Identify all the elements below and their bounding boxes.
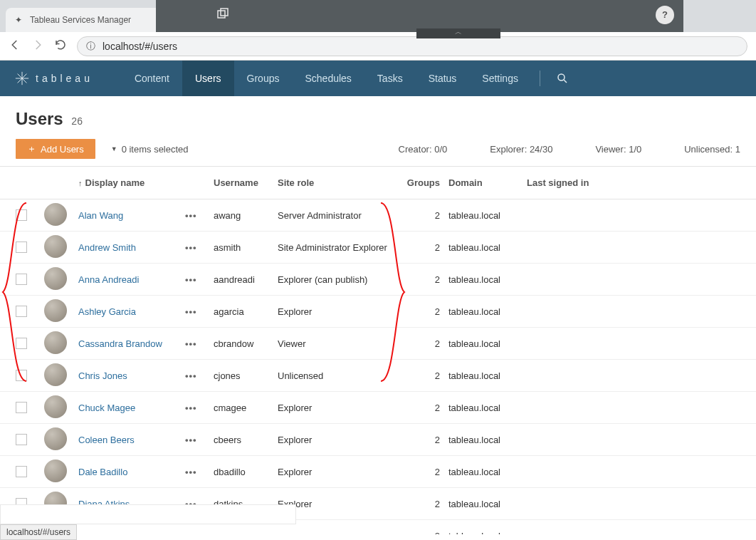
- row-checkbox[interactable]: [16, 274, 27, 285]
- selection-info[interactable]: ▼ 0 items selected: [111, 144, 189, 155]
- col-display-name[interactable]: ↑ Display name: [78, 177, 185, 188]
- row-actions-icon[interactable]: •••: [185, 370, 197, 381]
- col-groups[interactable]: Groups: [399, 177, 448, 188]
- sort-asc-icon: ↑: [78, 179, 83, 187]
- avatar: [44, 395, 67, 418]
- nav-status[interactable]: Status: [416, 61, 470, 96]
- cell-groups: 2: [399, 338, 448, 349]
- row-actions-icon[interactable]: •••: [185, 242, 197, 253]
- svg-rect-0: [218, 11, 225, 18]
- row-checkbox[interactable]: [16, 466, 27, 477]
- user-display-name-link[interactable]: Andrew Smith: [78, 242, 136, 253]
- browser-tab[interactable]: ✦ Tableau Services Manager ×: [6, 8, 169, 32]
- nav-tasks[interactable]: Tasks: [364, 61, 416, 96]
- os-titlebar-overlay: ︿: [156, 0, 683, 32]
- address-bar[interactable]: ⓘ localhost/#/users: [77, 36, 747, 56]
- forward-icon: [31, 38, 44, 53]
- users-toolbar: ＋ Add Users ▼ 0 items selected Creator: …: [0, 129, 756, 167]
- col-site-role[interactable]: Site role: [278, 177, 399, 188]
- add-users-label: Add Users: [41, 144, 84, 155]
- avatar: [44, 427, 67, 450]
- plus-icon: ＋: [27, 142, 36, 155]
- cell-domain: tableau.local: [448, 499, 527, 509]
- brand-text: tableau: [36, 73, 93, 84]
- selected-count-text: 0 items selected: [122, 144, 189, 155]
- app-header: tableau Content Users Groups Schedules T…: [0, 61, 756, 96]
- row-checkbox[interactable]: [16, 402, 27, 413]
- row-actions-icon[interactable]: •••: [185, 210, 197, 221]
- cell-username: dbadillo: [214, 467, 278, 477]
- user-display-name-link[interactable]: Alan Wang: [78, 210, 123, 221]
- row-checkbox[interactable]: [16, 370, 27, 381]
- reload-icon[interactable]: [54, 38, 67, 53]
- cell-site-role: Server Administrator: [278, 210, 399, 221]
- cell-domain: tableau.local: [448, 403, 527, 413]
- cell-username: cbeers: [214, 435, 278, 445]
- cell-groups: 2: [399, 242, 448, 253]
- search-icon[interactable]: [549, 61, 576, 96]
- cell-site-role: Viewer: [278, 338, 399, 349]
- user-display-name-link[interactable]: Dale Badillo: [78, 467, 127, 477]
- hover-tooltip: [0, 504, 296, 524]
- cell-username: cbrandow: [214, 338, 278, 349]
- row-checkbox[interactable]: [16, 242, 27, 253]
- nav-content[interactable]: Content: [122, 61, 182, 96]
- row-checkbox[interactable]: [16, 306, 27, 317]
- tableau-logo[interactable]: tableau: [0, 71, 107, 86]
- cell-site-role: Site Administrator Explorer: [278, 242, 399, 253]
- help-icon[interactable]: ?: [656, 6, 674, 24]
- row-actions-icon[interactable]: •••: [185, 274, 197, 285]
- row-actions-icon[interactable]: •••: [185, 306, 197, 317]
- cell-domain: tableau.local: [448, 531, 527, 535]
- back-icon[interactable]: [9, 38, 21, 53]
- cell-groups: 2: [399, 306, 448, 317]
- browser-statusbar: localhost/#/users: [0, 524, 77, 540]
- users-table-body[interactable]: Alan Wang•••awangServer Administrator2ta…: [0, 199, 756, 534]
- nav-users[interactable]: Users: [182, 61, 234, 96]
- user-display-name-link[interactable]: Anna Andreadi: [78, 274, 139, 285]
- page-count: 26: [71, 115, 83, 127]
- col-domain[interactable]: Domain: [448, 177, 527, 188]
- col-username[interactable]: Username: [214, 177, 278, 188]
- user-display-name-link[interactable]: Chris Jones: [78, 370, 127, 381]
- cell-site-role: Explorer (can publish): [278, 274, 399, 285]
- user-display-name-link[interactable]: Coleen Beers: [78, 435, 135, 445]
- nav-schedules[interactable]: Schedules: [292, 61, 364, 96]
- avatar: [44, 235, 67, 258]
- nav-settings[interactable]: Settings: [469, 61, 531, 96]
- cell-domain: tableau.local: [448, 370, 527, 381]
- overlay-pulldown-handle[interactable]: ︿: [416, 28, 500, 38]
- col-last-signed-in[interactable]: Last signed in: [527, 177, 619, 188]
- row-actions-icon[interactable]: •••: [185, 338, 197, 349]
- cell-groups: 2: [399, 435, 448, 445]
- cell-username: agarcia: [214, 306, 278, 317]
- cell-username: cmagee: [214, 403, 278, 413]
- row-actions-icon[interactable]: •••: [185, 435, 197, 445]
- cell-site-role: Unlicensed: [278, 370, 399, 381]
- row-actions-icon[interactable]: •••: [185, 531, 197, 535]
- site-info-icon[interactable]: ⓘ: [86, 40, 95, 53]
- users-table-header: ↑ Display name Username Site role Groups…: [0, 167, 756, 199]
- user-display-name-link[interactable]: Ashley Garcia: [78, 306, 136, 317]
- row-actions-icon[interactable]: •••: [185, 467, 197, 477]
- cell-domain: tableau.local: [448, 306, 527, 317]
- nav-groups[interactable]: Groups: [234, 61, 293, 96]
- cell-groups: 2: [399, 467, 448, 477]
- add-users-button[interactable]: ＋ Add Users: [16, 139, 95, 159]
- user-display-name-link[interactable]: Chuck Magee: [78, 403, 135, 413]
- cell-groups: 2: [399, 531, 448, 535]
- row-actions-icon[interactable]: •••: [185, 403, 197, 413]
- row-checkbox[interactable]: [16, 338, 27, 349]
- avatar: [44, 459, 67, 482]
- cell-username: cjones: [214, 370, 278, 381]
- table-row: Cassandra Brandow•••cbrandowViewer2table…: [0, 328, 756, 360]
- cell-site-role: Explorer: [278, 403, 399, 413]
- cell-username: aandreadi: [214, 274, 278, 285]
- avatar: [44, 363, 67, 386]
- user-display-name-link[interactable]: Cassandra Brandow: [78, 338, 162, 349]
- counter-creator: Creator: 0/0: [399, 144, 448, 155]
- avatar: [44, 267, 67, 290]
- cell-groups: 2: [399, 499, 448, 509]
- row-checkbox[interactable]: [16, 434, 27, 445]
- row-checkbox[interactable]: [16, 209, 27, 221]
